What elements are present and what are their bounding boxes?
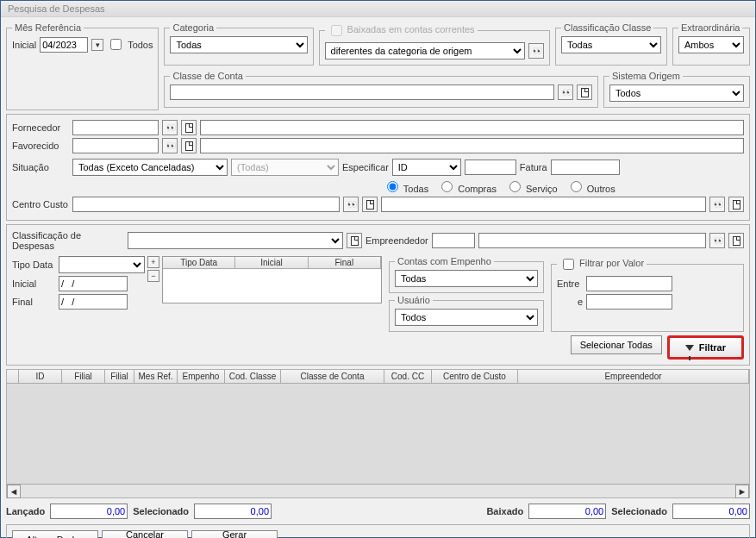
empreendedor-label: Empreendedor [366,235,428,246]
baixadas-search-icon[interactable]: 👀 [528,43,544,59]
e-input[interactable] [586,294,672,310]
alterar-dados-button[interactable]: Alterar Dados [12,530,98,538]
fornecedor-search-icon[interactable]: 👀 [162,120,178,135]
empreendedor-clear-icon[interactable] [728,233,744,248]
sistema-origem-select[interactable]: Todos [609,84,744,102]
gh-classeconta[interactable]: Classe de Conta [281,370,384,383]
gh-filial2[interactable]: Filial [105,370,134,383]
centro-custo-clear-icon[interactable] [362,197,378,212]
data-inicial-input[interactable] [59,276,128,291]
centro-custo-sec-input[interactable] [381,197,706,212]
favorecido-name-input[interactable] [200,138,744,153]
date-remove-icon[interactable]: − [147,270,159,282]
scroll-right-icon[interactable]: ► [735,485,749,498]
cancelar-baixas-button[interactable]: Cancelar Baixas [102,530,188,538]
usuario-legend: Usuário [395,295,433,305]
entre-label: Entre [557,278,583,289]
sistema-origem-legend: Sistema Origem [609,71,683,81]
baixado-value [528,504,606,519]
grid-scrollbar-x[interactable]: ◄ ► [7,484,749,497]
favorecido-search-icon[interactable]: 👀 [162,138,178,153]
especificar-label: Especificar [342,162,389,172]
favorecido-code-input[interactable] [72,138,159,153]
gh-empenho[interactable]: Empenho [178,370,225,383]
fornecedor-clear-icon[interactable] [181,120,197,135]
filter-block-2: Fornecedor 👀 Favorecido 👀 Situação Todas… [6,114,750,221]
entre-input[interactable] [586,276,672,291]
app-window: Pesquisa de Despesas Mês Referência Inic… [0,0,756,538]
situacao-select[interactable]: Todas (Exceto Canceladas) [72,159,228,176]
filtrar-button[interactable]: Filtrar [667,335,744,360]
classe-conta-search-icon[interactable]: 👀 [558,84,573,100]
categoria-legend: Categoria [170,22,216,33]
gh-empreendedor[interactable]: Empreendedor [518,370,749,383]
tipodata-label: Tipo Data [12,260,55,270]
filtrar-valor-checkbox[interactable] [563,259,574,270]
mes-referencia-group: Mês Referência Inicial ▾ Todos [6,22,159,110]
gh-mesref[interactable]: Mes Ref. [134,370,178,383]
favorecido-clear-icon[interactable] [181,138,197,153]
titlebar: Pesquisa de Despesas [1,1,755,17]
data-final-input[interactable] [59,294,128,310]
selecionado-label: Selecionado [133,506,189,516]
date-add-icon[interactable]: + [147,256,159,268]
bottom-buttons: Alterar Dados Cancelar Baixas Gerar Empe… [6,524,750,538]
gh-id[interactable]: ID [19,370,62,383]
especificar-select[interactable]: ID [392,159,461,176]
especificar-value-input[interactable] [465,160,516,175]
usuario-select[interactable]: Todos [395,309,538,326]
centro-custo-clear2-icon[interactable] [728,197,744,212]
classif-despesas-clear-icon[interactable] [347,233,362,248]
scroll-left-icon[interactable]: ◄ [7,485,21,498]
datelist-h2: Inicial [235,257,308,268]
data-final-label: Final [12,297,55,307]
class-classe-select[interactable]: Todas [561,36,661,53]
gh-centrocusto[interactable]: Centro de Custo [432,370,518,383]
fornecedor-code-input[interactable] [72,120,159,135]
fatura-input[interactable] [551,160,620,175]
fornecedor-name-input[interactable] [200,120,744,135]
extraordinaria-group: Extraordinária Ambos [672,22,750,66]
baixadas-checkbox[interactable] [331,25,342,36]
classe-conta-input[interactable] [170,84,554,100]
datelist-h3: Final [309,257,381,268]
gh-filial1[interactable]: Filial [62,370,105,383]
empreendedor-code-input[interactable] [432,233,475,248]
classe-conta-page-icon[interactable] [577,84,592,100]
mes-ref-date-icon[interactable]: ▾ [91,39,103,51]
empreendedor-search-icon[interactable]: 👀 [709,233,725,248]
gh-codclasse[interactable]: Cod. Classe [225,370,281,383]
usuario-group: Usuário Todos [389,295,544,332]
contas-empenho-select[interactable]: Todas [395,270,538,287]
radio-todas[interactable]: Todas [383,178,428,194]
centro-custo-input[interactable] [72,197,340,212]
empreendedor-name-input[interactable] [478,233,706,248]
centro-custo-search-icon[interactable]: 👀 [343,197,359,212]
filtrar-valor-group: Filtrar por Valor Entre e [551,256,744,332]
radio-compras[interactable]: Compras [437,178,497,194]
tipo-radio-row: Todas Compras Serviço Outros [12,178,744,194]
baixadas-select[interactable]: diferentes da categoria de origem [325,42,525,59]
radio-servico[interactable]: Serviço [505,178,558,194]
tipodata-select[interactable] [59,256,145,273]
classe-conta-group: Classe de Conta 👀 [164,71,598,108]
classe-conta-legend: Classe de Conta [170,71,245,81]
fornecedor-label: Fornecedor [12,122,69,133]
situacao-label: Situação [12,162,69,172]
selecionar-todas-button[interactable]: Selecionar Todas [571,335,662,354]
gerar-empenho-button[interactable]: Gerar Empenho [191,530,278,538]
contas-empenho-group: Contas com Empenho Todas [389,256,544,293]
baixado-label: Baixado [486,506,523,516]
categoria-select[interactable]: Todas [170,36,307,53]
results-grid: ID Filial Filial Mes Ref. Empenho Cod. C… [6,369,750,498]
radio-outros[interactable]: Outros [566,178,615,194]
gh-codcc[interactable]: Cod. CC [384,370,432,383]
categoria-group: Categoria Todas [164,22,313,66]
extraordinaria-select[interactable]: Ambos [678,36,744,53]
classif-despesas-select[interactable] [128,232,343,249]
selecionado2-value [672,504,750,519]
centro-custo-search2-icon[interactable]: 👀 [709,197,725,212]
mes-ref-inicial-input[interactable] [40,37,88,53]
todos-checkbox[interactable] [110,39,122,50]
situacao-sub-select[interactable]: (Todas) [231,159,339,176]
